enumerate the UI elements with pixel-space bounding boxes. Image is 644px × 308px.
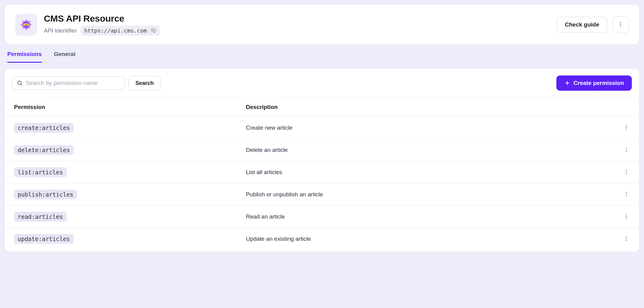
- permissions-table: Permission Description create:articlesCr…: [5, 97, 639, 250]
- search-input[interactable]: [26, 80, 120, 86]
- svg-point-16: [626, 149, 627, 150]
- svg-point-26: [626, 218, 627, 219]
- more-vertical-icon: [623, 236, 629, 243]
- tab-permissions[interactable]: Permissions: [7, 51, 42, 63]
- more-vertical-icon: [623, 213, 629, 220]
- table-row: delete:articlesDelete an article: [5, 139, 639, 161]
- page-title: CMS API Resource: [44, 13, 160, 24]
- tab-bar: Permissions General: [5, 44, 639, 63]
- svg-text:API: API: [25, 24, 28, 26]
- tab-general[interactable]: General: [54, 51, 75, 63]
- svg-point-19: [626, 171, 627, 172]
- svg-point-25: [626, 216, 627, 217]
- svg-point-28: [626, 238, 627, 239]
- row-more-menu-button[interactable]: [621, 167, 632, 178]
- copy-icon[interactable]: [151, 28, 156, 33]
- row-more-menu-button[interactable]: [621, 145, 632, 156]
- search-input-wrapper[interactable]: [12, 76, 125, 90]
- svg-point-27: [626, 236, 627, 237]
- column-header-description: Description: [246, 98, 612, 117]
- svg-point-23: [626, 195, 627, 196]
- row-more-menu-button[interactable]: [621, 122, 632, 133]
- table-row: publish:articlesPublish or unpublish an …: [5, 184, 639, 206]
- svg-point-13: [626, 127, 627, 128]
- svg-point-15: [626, 147, 627, 148]
- permission-tag: update:articles: [14, 234, 74, 244]
- permission-tag: delete:articles: [14, 145, 74, 155]
- more-vertical-icon: [623, 124, 629, 131]
- svg-point-18: [626, 170, 627, 170]
- svg-point-6: [620, 24, 621, 25]
- permission-tag: list:articles: [14, 167, 67, 177]
- svg-point-29: [626, 240, 627, 241]
- more-vertical-icon: [623, 191, 629, 198]
- table-row: list:articlesList all articles: [5, 161, 639, 184]
- permission-description: Create new article: [246, 117, 612, 139]
- more-vertical-icon: [623, 147, 629, 154]
- row-more-menu-button[interactable]: [621, 211, 632, 222]
- svg-point-21: [626, 192, 627, 193]
- permission-description: List all articles: [246, 161, 612, 184]
- svg-point-5: [620, 22, 621, 23]
- table-row: update:articlesUpdate an existing articl…: [5, 228, 639, 250]
- table-row: create:articlesCreate new article: [5, 117, 639, 139]
- svg-line-9: [21, 84, 22, 86]
- create-permission-button[interactable]: Create permission: [556, 75, 632, 91]
- create-permission-label: Create permission: [573, 80, 624, 86]
- api-identifier-label: API Identifier: [44, 27, 77, 34]
- permissions-panel: Search Create permission Permission Desc…: [5, 69, 639, 252]
- permission-tag: read:articles: [14, 212, 67, 222]
- permission-description: Publish or unpublish an article: [246, 184, 612, 206]
- svg-point-12: [626, 125, 627, 126]
- api-identifier-value: https://api.cms.com: [84, 27, 147, 34]
- svg-point-14: [626, 129, 627, 130]
- svg-point-20: [626, 173, 627, 174]
- svg-rect-4: [153, 30, 155, 32]
- plus-icon: [564, 80, 570, 86]
- row-more-menu-button[interactable]: [621, 233, 632, 244]
- permission-tag: publish:articles: [14, 190, 77, 199]
- svg-point-17: [626, 151, 627, 152]
- permission-tag: create:articles: [14, 123, 74, 133]
- svg-point-22: [626, 194, 627, 194]
- search-icon: [17, 80, 23, 86]
- more-vertical-icon: [618, 23, 624, 28]
- svg-point-24: [626, 214, 627, 215]
- table-row: read:articlesRead an article: [5, 206, 639, 228]
- api-identifier-pill: https://api.cms.com: [81, 26, 160, 36]
- search-button[interactable]: Search: [128, 76, 161, 90]
- row-more-menu-button[interactable]: [621, 189, 632, 200]
- permission-description: Read an article: [246, 206, 612, 228]
- check-guide-button[interactable]: Check guide: [557, 17, 607, 33]
- api-gear-icon: API: [15, 14, 37, 36]
- permission-description: Delete an article: [246, 139, 612, 161]
- more-vertical-icon: [623, 169, 629, 176]
- permission-description: Update an existing article: [246, 228, 612, 250]
- header-more-menu-button[interactable]: [612, 16, 629, 33]
- svg-point-7: [620, 25, 621, 26]
- resource-header: API CMS API Resource API Identifier http…: [5, 5, 639, 44]
- column-header-permission: Permission: [5, 98, 246, 117]
